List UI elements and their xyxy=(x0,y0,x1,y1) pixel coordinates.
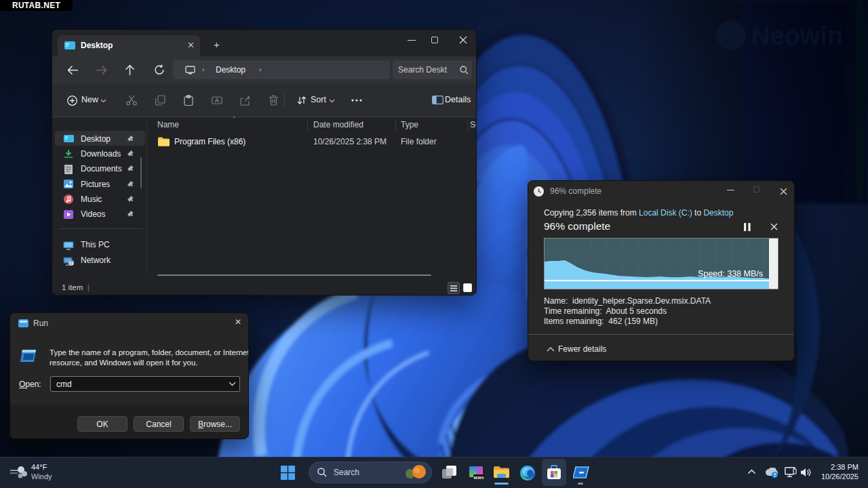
svg-text:Speed: 338 MB/s: Speed: 338 MB/s xyxy=(698,269,763,279)
svg-text:Neowin: Neowin xyxy=(751,22,843,50)
svg-text:M365: M365 xyxy=(473,476,484,480)
